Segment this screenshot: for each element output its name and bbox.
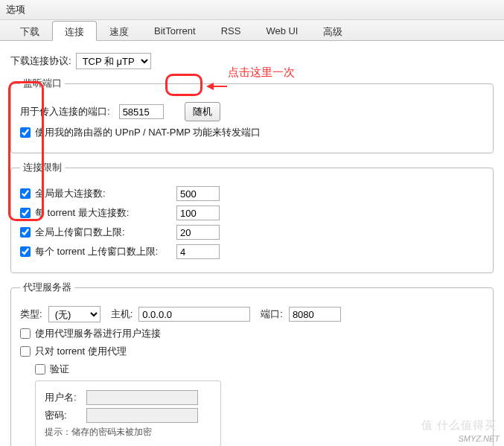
upnp-label: 使用我的路由器的 UPnP / NAT-PMP 功能来转发端口 — [35, 126, 261, 139]
per-torrent-conn-label: 每 torrent 最大连接数: — [35, 206, 176, 220]
window-title: 选项 — [0, 0, 504, 20]
proxy-torrent-only-checkbox[interactable] — [20, 346, 31, 357]
per-torrent-conn-checkbox[interactable] — [20, 208, 31, 218]
proxy-host-input[interactable] — [138, 307, 250, 322]
per-torrent-upload-slots-label: 每个 torrent 上传窗口数上限: — [35, 245, 176, 258]
per-torrent-upload-slots-checkbox[interactable] — [20, 246, 31, 257]
tab-download[interactable]: 下载 — [7, 21, 52, 41]
watermark-url: SMYZ.NET — [458, 434, 500, 443]
global-upload-slots-input[interactable] — [176, 225, 220, 240]
global-upload-slots-label: 全局上传窗口数上限: — [35, 226, 176, 239]
proxy-auth-label: 验证 — [50, 363, 69, 376]
tab-bar: 下载 连接 速度 BitTorrent RSS Web UI 高级 — [0, 20, 504, 41]
proxy-username-input — [86, 390, 198, 405]
listening-port-group: 监听端口 用于传入连接的端口: 随机 使用我的路由器的 UPnP / NAT-P… — [10, 77, 494, 153]
tab-rss[interactable]: RSS — [208, 21, 254, 41]
proxy-type-select[interactable]: (无) — [48, 306, 101, 322]
watermark-brand: 值 什么值得买 — [421, 418, 497, 433]
proxy-password-label: 密码: — [45, 409, 82, 422]
listening-legend: 监听端口 — [20, 77, 65, 90]
global-max-conn-checkbox[interactable] — [20, 188, 31, 199]
proxy-password-input — [86, 408, 198, 423]
proxy-auth-box: 用户名: 密码: 提示：储存的密码未被加密 — [35, 380, 221, 446]
proxy-host-label: 主机: — [111, 308, 133, 321]
proxy-torrent-only-label: 只对 torrent 使用代理 — [35, 345, 127, 358]
protocol-label: 下载连接协议: — [10, 54, 71, 68]
proxy-port-input[interactable] — [289, 307, 341, 322]
global-upload-slots-checkbox[interactable] — [20, 227, 31, 238]
proxy-auth-checkbox[interactable] — [35, 364, 45, 375]
tab-advanced[interactable]: 高级 — [310, 21, 355, 41]
tab-speed[interactable]: 速度 — [97, 21, 141, 41]
random-port-button[interactable]: 随机 — [185, 102, 220, 121]
proxy-port-label: 端口: — [261, 308, 283, 321]
per-torrent-upload-slots-input[interactable] — [176, 244, 220, 259]
tab-bittorrent[interactable]: BitTorrent — [141, 21, 208, 41]
protocol-select[interactable]: TCP 和 μTP — [76, 53, 151, 69]
content-panel: 下载连接协议: TCP 和 μTP 监听端口 用于传入连接的端口: 随机 使用我… — [0, 41, 504, 446]
port-label: 用于传入连接的端口: — [20, 105, 110, 118]
upnp-checkbox[interactable] — [20, 127, 31, 138]
proxy-username-label: 用户名: — [45, 391, 82, 404]
proxy-type-label: 类型: — [20, 308, 42, 321]
tab-webui[interactable]: Web UI — [253, 21, 310, 41]
proxy-legend: 代理服务器 — [20, 281, 74, 294]
proxy-peer-label: 使用代理服务器进行用户连接 — [35, 327, 161, 340]
tab-connection[interactable]: 连接 — [52, 21, 97, 41]
global-max-conn-input[interactable] — [176, 186, 220, 201]
proxy-password-hint: 提示：储存的密码未被加密 — [45, 426, 211, 439]
proxy-peer-checkbox[interactable] — [20, 328, 31, 339]
per-torrent-conn-input[interactable] — [176, 206, 220, 220]
connection-limits-group: 连接限制 全局最大连接数: 每 torrent 最大连接数: 全局上传窗口数上限… — [10, 161, 494, 273]
limits-legend: 连接限制 — [20, 161, 65, 174]
port-input[interactable] — [119, 104, 164, 119]
global-max-conn-label: 全局最大连接数: — [35, 187, 176, 200]
